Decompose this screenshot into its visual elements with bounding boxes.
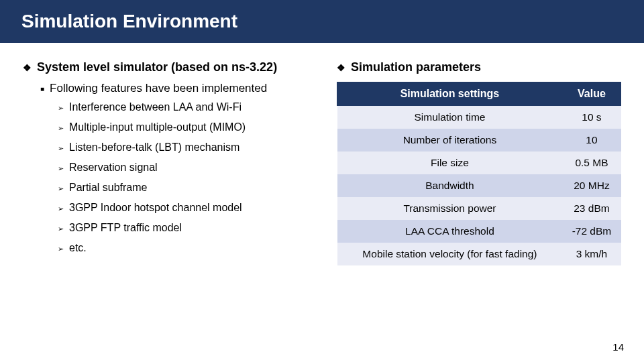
table-row: Number of iterations 10: [337, 129, 621, 152]
simulator-heading-text: System level simulator (based on ns-3.22…: [37, 60, 277, 74]
content-area: ❖ System level simulator (based on ns-3.…: [23, 54, 621, 335]
table-header-row: Simulation settings Value: [337, 82, 621, 106]
value-cell: 10: [562, 129, 621, 152]
diamond-bullet-icon: ❖: [337, 60, 345, 75]
page-number: 14: [612, 341, 624, 353]
setting-cell: Bandwidth: [337, 174, 563, 197]
setting-cell: LAA CCA threshold: [337, 220, 563, 243]
left-column: ❖ System level simulator (based on ns-3.…: [23, 54, 325, 335]
params-heading-text: Simulation parameters: [351, 60, 481, 74]
feature-item: ➢ Listen-before-talk (LBT) mechanism: [58, 141, 325, 155]
setting-cell: Number of iterations: [337, 129, 563, 152]
parameters-table: Simulation settings Value Simulation tim…: [337, 82, 621, 265]
table-row: File size 0.5 MB: [337, 152, 621, 174]
setting-cell: Mobile station velocity (for fast fading…: [337, 243, 563, 265]
feature-item: ➢ Partial subframe: [58, 182, 325, 195]
chevron-bullet-icon: ➢: [58, 141, 64, 155]
chevron-bullet-icon: ➢: [58, 121, 64, 135]
title-bar: Simulation Environment: [0, 0, 644, 43]
features-heading: ■ Following features have been implement…: [40, 82, 325, 96]
feature-text: 3GPP Indoor hotspot channel model: [69, 202, 242, 214]
feature-item: ➢ etc.: [58, 242, 325, 255]
features-heading-text: Following features have been implemented: [50, 82, 267, 95]
feature-item: ➢ 3GPP Indoor hotspot channel model: [58, 202, 325, 215]
feature-text: 3GPP FTP traffic model: [69, 222, 182, 234]
setting-cell: Simulation time: [337, 106, 563, 129]
setting-cell: Transmission power: [337, 197, 563, 220]
chevron-bullet-icon: ➢: [58, 101, 64, 115]
value-cell: 3 km/h: [562, 243, 621, 265]
feature-item: ➢ 3GPP FTP traffic model: [58, 222, 325, 235]
table-row: Simulation time 10 s: [337, 106, 621, 129]
feature-text: Partial subframe: [69, 182, 148, 194]
setting-cell: File size: [337, 152, 563, 174]
square-bullet-icon: ■: [40, 82, 44, 96]
simulator-heading: ❖ System level simulator (based on ns-3.…: [23, 60, 325, 75]
feature-text: Listen-before-talk (LBT) mechanism: [69, 141, 239, 154]
table-header-setting: Simulation settings: [337, 82, 563, 106]
chevron-bullet-icon: ➢: [58, 182, 64, 195]
value-cell: 23 dBm: [562, 197, 621, 220]
table-row: Mobile station velocity (for fast fading…: [337, 243, 621, 265]
table-row: LAA CCA threshold -72 dBm: [337, 220, 621, 243]
value-cell: -72 dBm: [562, 220, 621, 243]
feature-text: Reservation signal: [69, 162, 158, 174]
value-cell: 0.5 MB: [562, 152, 621, 174]
feature-item: ➢ Reservation signal: [58, 162, 325, 175]
slide-title: Simulation Environment: [21, 11, 237, 32]
chevron-bullet-icon: ➢: [58, 242, 64, 255]
diamond-bullet-icon: ❖: [23, 60, 32, 75]
chevron-bullet-icon: ➢: [58, 162, 64, 175]
value-cell: 20 MHz: [562, 174, 621, 197]
feature-item: ➢ Multiple-input multiple-output (MIMO): [58, 121, 325, 135]
chevron-bullet-icon: ➢: [58, 222, 64, 235]
table-row: Bandwidth 20 MHz: [337, 174, 621, 197]
value-cell: 10 s: [562, 106, 621, 129]
right-column: ❖ Simulation parameters Simulation setti…: [337, 54, 621, 335]
feature-text: etc.: [69, 242, 87, 254]
feature-text: Multiple-input multiple-output (MIMO): [69, 121, 246, 133]
params-heading: ❖ Simulation parameters: [337, 60, 621, 75]
table-header-value: Value: [562, 82, 621, 106]
feature-text: Interference between LAA and Wi-Fi: [69, 101, 241, 113]
feature-item: ➢ Interference between LAA and Wi-Fi: [58, 101, 325, 115]
table-row: Transmission power 23 dBm: [337, 197, 621, 220]
chevron-bullet-icon: ➢: [58, 202, 64, 215]
